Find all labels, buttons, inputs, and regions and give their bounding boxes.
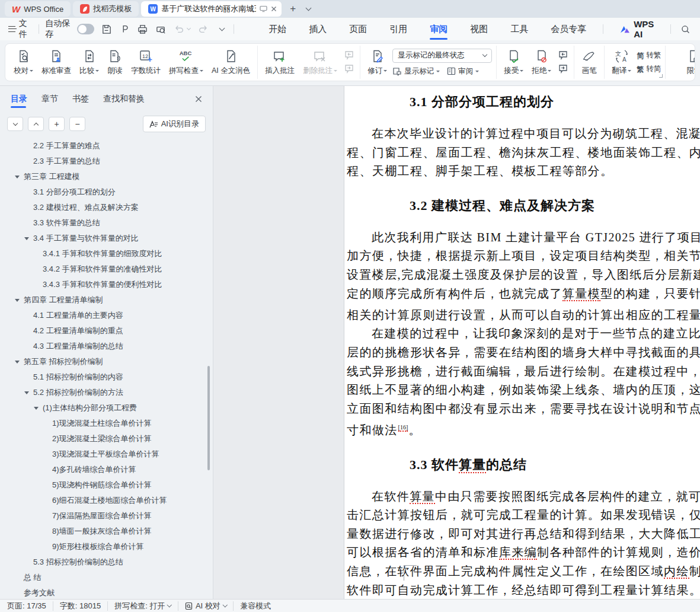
toc-item[interactable]: 7)保温隔热屋面综合单价计算 xyxy=(0,508,213,524)
print-button[interactable] xyxy=(136,22,149,36)
accept-button[interactable]: 接受 xyxy=(501,47,526,77)
toc-item[interactable]: 3.4 手工算量与软件算量的对比 xyxy=(0,231,213,246)
close-tab-icon[interactable] xyxy=(271,6,277,12)
markup-state-select[interactable]: 显示标记的最终状态 xyxy=(392,49,492,63)
undo-dropdown[interactable] xyxy=(186,22,191,36)
export-pdf-button[interactable] xyxy=(119,22,131,36)
toc-item[interactable]: 第五章 招标控制价编制 xyxy=(0,354,213,369)
collapse-arrow-icon[interactable] xyxy=(24,237,29,240)
to-traditional-button[interactable]: 简 转繁 xyxy=(637,50,661,60)
toc-item[interactable]: (1)主体结构分部分项工程费 xyxy=(0,400,213,416)
sidebar-scrollbar[interactable] xyxy=(207,366,210,470)
zoom-in-outline-button[interactable]: + xyxy=(49,117,65,131)
save-button[interactable] xyxy=(100,22,113,36)
toc-item[interactable]: 4.1 工程量清单的主要内容 xyxy=(0,308,213,323)
collapse-arrow-icon[interactable] xyxy=(15,299,20,302)
toc-item[interactable]: 第三章 工程建模 xyxy=(0,169,213,184)
tab-docer-templates[interactable]: 找稻壳模板 xyxy=(73,1,139,17)
proofread-button[interactable]: 校对 xyxy=(11,47,36,77)
word-count-button[interactable]: 12 字数统计 xyxy=(128,47,164,77)
toc-item[interactable]: 2.3 手工算量的总结 xyxy=(0,154,213,169)
toc-item[interactable]: 5.1 招标控制价编制的内容 xyxy=(0,369,213,385)
wps-ai-button[interactable]: WPS AI xyxy=(620,19,659,39)
toc-item[interactable]: 3.4.3 手算和软件算量的便利性对比 xyxy=(0,277,213,292)
autosave-toggle[interactable] xyxy=(77,24,94,34)
toc-item[interactable]: 4.3 工程量清单编制的总结 xyxy=(0,339,213,354)
toc-item[interactable]: 4.2 工程量清单编制的重点 xyxy=(0,323,213,339)
menu-tab-开始[interactable]: 开始 xyxy=(267,19,287,40)
toc-item[interactable]: 3.2 建模过程、难点及解决方案 xyxy=(0,200,213,215)
toc-item[interactable]: 2.2 手工算量的难点 xyxy=(0,138,213,154)
close-sidebar-icon[interactable] xyxy=(195,95,202,103)
tab-list-dropdown[interactable] xyxy=(302,2,315,15)
spell-check-button[interactable]: ABC 拼写检查 xyxy=(166,47,206,77)
previous-comment-icon[interactable] xyxy=(343,50,356,61)
collapse-arrow-icon[interactable] xyxy=(15,176,20,179)
spellcheck-status[interactable]: 拼写检查: 打开 xyxy=(114,601,171,611)
menu-tab-会员专享[interactable]: 会员专享 xyxy=(549,19,587,40)
revision-button[interactable]: 修订 xyxy=(365,47,390,77)
insert-comment-button[interactable]: 插入批注 xyxy=(262,47,298,77)
translate-button[interactable]: 文A 翻译 xyxy=(609,47,634,77)
tab-document[interactable]: W 基于广联达软件的丽水南城五 xyxy=(141,1,282,17)
new-tab-button[interactable]: + xyxy=(286,2,299,15)
sidebar-tab-查找和替换[interactable]: 查找和替换 xyxy=(103,87,145,111)
next-revision-icon[interactable] xyxy=(557,64,570,75)
compare-button[interactable]: 比较 xyxy=(76,47,102,77)
toc-item[interactable]: 1)现浇混凝土柱综合单价计算 xyxy=(0,416,213,431)
document-page[interactable]: 3.1 分部分项工程的划分在本次毕业设计的计算过程中项目可以分为砌筑工程、混凝土… xyxy=(344,86,700,599)
menu-tab-引用[interactable]: 引用 xyxy=(388,19,408,40)
review-pane-button[interactable]: 审阅 xyxy=(447,66,479,76)
toc-item[interactable]: 5.3 招标控制价编制的总结 xyxy=(0,554,213,570)
print-preview-button[interactable] xyxy=(155,22,167,36)
collapse-all-button[interactable] xyxy=(28,117,44,131)
toc-item[interactable]: 3.1 分部分项工程的划分 xyxy=(0,184,213,200)
toc-item[interactable]: 3)现浇混凝土平板综合单价计算 xyxy=(0,447,213,462)
collapse-arrow-icon[interactable] xyxy=(15,361,20,364)
previous-revision-icon[interactable] xyxy=(557,50,570,61)
toc-item[interactable]: 参考文献 xyxy=(0,585,213,599)
toc-item[interactable]: 总 结 xyxy=(0,570,213,585)
to-simplified-button[interactable]: 繁 转简 xyxy=(637,64,661,74)
menu-tab-视图[interactable]: 视图 xyxy=(469,19,489,40)
menu-tab-工具[interactable]: 工具 xyxy=(509,19,529,40)
menu-tab-插入[interactable]: 插入 xyxy=(308,19,328,40)
ai-proofread-status[interactable]: AI 校对 xyxy=(185,601,226,611)
show-markup-button[interactable]: 显示标记 xyxy=(392,66,440,76)
restrict-edit-button[interactable]: 限制 xyxy=(683,47,695,77)
toc-item[interactable]: 9)矩形柱模板综合单价计算 xyxy=(0,539,213,554)
zoom-out-outline-button[interactable]: − xyxy=(69,117,85,131)
reject-button[interactable]: 拒绝 xyxy=(529,47,554,77)
standard-review-button[interactable]: 标准审查 xyxy=(39,47,74,77)
ai-recognize-toc-button[interactable]: AI识别目录 xyxy=(143,116,206,132)
expand-all-button[interactable] xyxy=(7,117,23,131)
next-comment-icon[interactable] xyxy=(343,64,356,75)
tab-wps-office[interactable]: W WPS Office xyxy=(5,1,71,17)
toc-item[interactable]: 3.4.1 手算和软件算量的细致度对比 xyxy=(0,246,213,262)
brush-button[interactable]: 画笔 xyxy=(578,47,600,77)
sidebar-tab-目录[interactable]: 目录 xyxy=(11,87,27,111)
more-quick-tools-dropdown[interactable] xyxy=(216,22,228,36)
sidebar-tab-章节[interactable]: 章节 xyxy=(41,87,58,111)
toc-item[interactable]: 5.2 招标控制价编制的方法 xyxy=(0,385,213,400)
group-expand-icon[interactable] xyxy=(659,74,663,78)
toc-item[interactable]: 第四章 工程量清单编制 xyxy=(0,292,213,308)
read-aloud-button[interactable]: 朗读 xyxy=(104,47,126,77)
delete-comment-button[interactable]: 删除批注 xyxy=(300,47,340,77)
redo-button[interactable] xyxy=(197,22,210,36)
undo-button[interactable] xyxy=(173,22,186,36)
toc-item[interactable]: 2)现浇混凝土梁综合单价计算 xyxy=(0,431,213,447)
search-icon[interactable] xyxy=(679,22,692,36)
sidebar-tab-书签[interactable]: 书签 xyxy=(72,87,89,111)
ai-polish-button[interactable]: AI 全文润色 xyxy=(209,47,253,77)
toc-item[interactable]: 3.4.2 手算和软件算量的准确性对比 xyxy=(0,262,213,277)
toc-item[interactable]: 5)现浇构件钢筋综合单价计算 xyxy=(0,477,213,493)
menu-tab-页面[interactable]: 页面 xyxy=(348,19,368,40)
collapse-arrow-icon[interactable] xyxy=(34,407,39,410)
collapse-arrow-icon[interactable] xyxy=(24,391,29,394)
toc-item[interactable]: 6)细石混凝土楼地面综合单价计算 xyxy=(0,493,213,508)
toc-item[interactable]: 3.3 软件算量的总结 xyxy=(0,215,213,231)
file-menu[interactable]: 文件 xyxy=(8,18,33,40)
menu-tab-审阅[interactable]: 审阅 xyxy=(429,19,449,40)
toc-item[interactable]: 8)墙面一般抹灰综合单价计算 xyxy=(0,524,213,539)
